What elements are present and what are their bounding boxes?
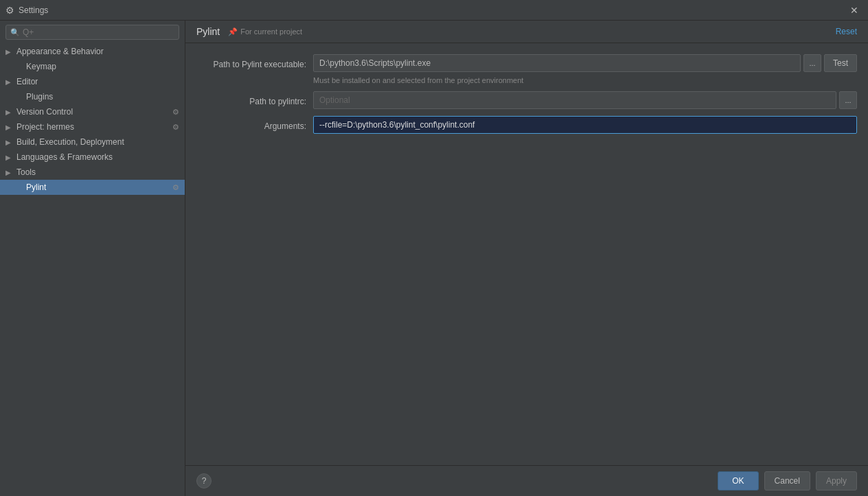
arrow-icon: ▶: [5, 48, 14, 56]
content-area: Pylint 📌 For current project Reset Path …: [185, 21, 868, 496]
arrow-icon: ▶: [5, 154, 14, 161]
current-project-text: For current project: [240, 27, 302, 36]
settings-icon: ⚙: [172, 108, 179, 117]
main-layout: 🔍 ▶ Appearance & Behavior Keymap ▶ Edito…: [0, 21, 868, 496]
sidebar-item-label: Appearance & Behavior: [16, 47, 179, 56]
current-project-label: 📌 For current project: [228, 27, 302, 36]
test-button[interactable]: Test: [824, 54, 857, 72]
search-icon: 🔍: [10, 28, 20, 37]
arguments-input[interactable]: [313, 116, 857, 134]
sidebar-item-pylint[interactable]: Pylint ⚙: [0, 180, 185, 195]
arrow-icon: ▶: [5, 78, 14, 86]
executable-hint-text: Must be installed on and selected from t…: [313, 76, 857, 84]
ok-button[interactable]: OK: [718, 471, 758, 491]
path-executable-label: Path to Pylint executable:: [196, 58, 313, 69]
sidebar-item-label: Plugins: [26, 92, 179, 102]
path-executable-input[interactable]: [313, 54, 801, 72]
arrow-icon: ▶: [5, 123, 14, 131]
arrow-icon: ▶: [5, 169, 14, 176]
sidebar-item-label: Build, Execution, Deployment: [16, 137, 179, 147]
pin-icon: 📌: [228, 27, 238, 36]
browse-executable-button[interactable]: ...: [803, 54, 821, 72]
arrow-icon: ▶: [5, 108, 14, 116]
sidebar-item-label: Languages & Frameworks: [16, 152, 179, 162]
path-pylintrc-input[interactable]: [313, 91, 836, 109]
sidebar-item-tools[interactable]: ▶ Tools: [0, 165, 185, 180]
arguments-input-group: [313, 116, 857, 134]
path-pylintrc-row: Path to pylintrc: ...: [196, 91, 857, 109]
reset-button[interactable]: Reset: [836, 27, 857, 36]
close-button[interactable]: ✕: [846, 4, 863, 16]
title-bar: ⚙ Settings ✕: [0, 0, 868, 21]
sidebar-item-label: Pylint: [26, 182, 170, 192]
search-box[interactable]: 🔍: [5, 25, 179, 40]
path-executable-input-group: ... Test: [313, 54, 857, 72]
sidebar-item-label: Editor: [16, 77, 179, 86]
sidebar-item-editor[interactable]: ▶ Editor: [0, 74, 185, 89]
browse-pylintrc-button[interactable]: ...: [839, 91, 857, 109]
form-area: Path to Pylint executable: ... Test Must…: [185, 43, 868, 465]
sidebar: 🔍 ▶ Appearance & Behavior Keymap ▶ Edito…: [0, 21, 185, 496]
bottom-buttons: OK Cancel Apply: [718, 471, 857, 491]
sidebar-item-label: Project: hermes: [16, 122, 170, 132]
sidebar-item-project-hermes[interactable]: ▶ Project: hermes ⚙: [0, 119, 185, 134]
arguments-label: Arguments:: [196, 119, 313, 131]
sidebar-item-label: Keymap: [26, 62, 179, 71]
sidebar-item-plugins[interactable]: Plugins: [0, 89, 185, 104]
content-header: Pylint 📌 For current project Reset: [185, 21, 868, 43]
arguments-row: Arguments:: [196, 116, 857, 134]
path-pylintrc-input-group: ...: [313, 91, 857, 109]
app-icon: ⚙: [5, 5, 14, 16]
path-pylintrc-label: Path to pylintrc:: [196, 95, 313, 106]
help-button[interactable]: ?: [196, 473, 212, 488]
settings-icon: ⚙: [172, 183, 179, 192]
settings-icon: ⚙: [172, 123, 179, 132]
apply-button[interactable]: Apply: [816, 471, 857, 491]
window-title: Settings: [19, 5, 48, 15]
sidebar-item-languages[interactable]: ▶ Languages & Frameworks: [0, 150, 185, 165]
sidebar-item-label: Version Control: [16, 107, 170, 117]
search-input[interactable]: [23, 27, 174, 37]
arrow-icon: ▶: [5, 139, 14, 146]
sidebar-item-build-execution[interactable]: ▶ Build, Execution, Deployment: [0, 134, 185, 150]
sidebar-item-appearance[interactable]: ▶ Appearance & Behavior: [0, 44, 185, 59]
cancel-button[interactable]: Cancel: [764, 471, 810, 491]
bottom-bar: ? OK Cancel Apply: [185, 465, 868, 496]
sidebar-item-version-control[interactable]: ▶ Version Control ⚙: [0, 104, 185, 119]
content-title: Pylint: [196, 26, 220, 37]
path-executable-row: Path to Pylint executable: ... Test: [196, 54, 857, 72]
sidebar-item-label: Tools: [16, 167, 179, 177]
sidebar-item-keymap[interactable]: Keymap: [0, 59, 185, 74]
